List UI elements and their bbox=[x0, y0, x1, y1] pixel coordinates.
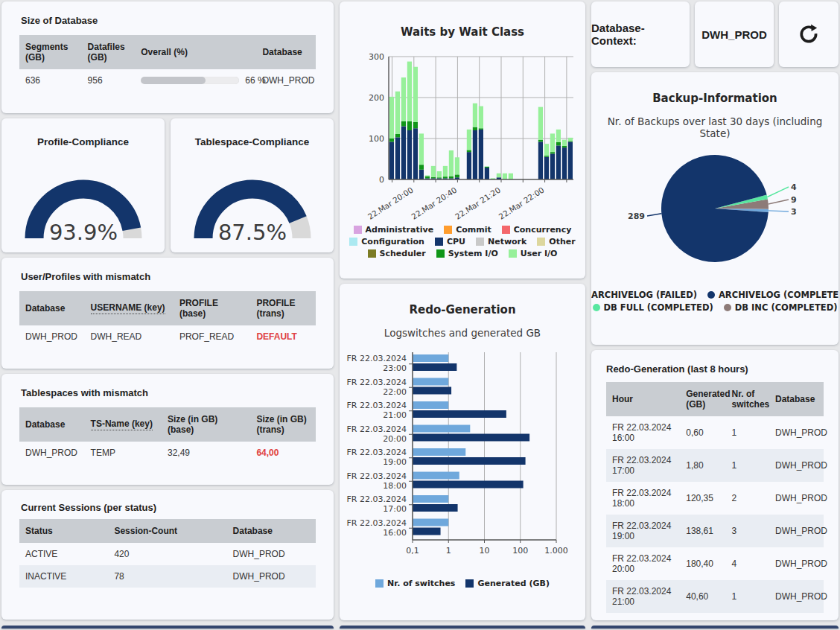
bar-segment bbox=[413, 67, 418, 122]
table-cell: TEMP bbox=[85, 442, 162, 464]
bar-segment bbox=[467, 152, 471, 179]
column-header: Database bbox=[227, 519, 316, 543]
table-cell: 1 bbox=[726, 580, 769, 613]
legend-item: System I/O bbox=[436, 249, 498, 258]
profile-compliance-gauge: 93.9% bbox=[13, 164, 154, 243]
generated-bar bbox=[413, 481, 524, 489]
chart-title: Redo-Generation bbox=[340, 303, 585, 316]
svg-text:23:00: 23:00 bbox=[383, 363, 407, 373]
bar-segment bbox=[538, 107, 543, 140]
table-row: 63695666 %DWH_PROD bbox=[19, 69, 316, 92]
table-cell: 64,00 bbox=[250, 442, 316, 464]
table-cell: PROF_READ bbox=[174, 325, 250, 348]
bar-segment bbox=[407, 62, 412, 121]
bar-segment bbox=[437, 171, 442, 177]
switches-bar bbox=[413, 519, 448, 526]
table-row: FR 22.03.2024 20:00180,404DWH_PROD bbox=[606, 547, 824, 580]
gauge-title: Tablespace-Compliance bbox=[195, 136, 310, 147]
legend-swatch bbox=[476, 238, 484, 246]
bar-segment bbox=[431, 177, 436, 179]
bar-segment bbox=[473, 130, 477, 179]
table-cell: 1,80 bbox=[680, 449, 725, 482]
category-label: FR 22.03.2024 bbox=[347, 448, 407, 457]
legend-swatch bbox=[444, 226, 452, 234]
database-context-value-card[interactable]: DWH_PROD bbox=[695, 1, 774, 67]
table-cell: 4 bbox=[726, 547, 769, 580]
bar-segment bbox=[419, 133, 424, 165]
bar-segment bbox=[544, 156, 549, 157]
table-header-row: DatabaseUSERNAME (key)PROFILE (base)PROF… bbox=[19, 291, 316, 325]
refresh-button-card[interactable] bbox=[779, 1, 839, 67]
generated-bar bbox=[413, 410, 506, 418]
column-header: Segments (GB) bbox=[19, 35, 82, 69]
pie-value-label: 4 bbox=[791, 182, 797, 192]
legend-item: Nr. of switches bbox=[375, 579, 455, 588]
svg-text:18:00: 18:00 bbox=[383, 481, 407, 491]
legend-item: Generated (GB) bbox=[465, 579, 550, 588]
bar-segment bbox=[562, 140, 567, 146]
panel-title: User/Profiles with mismatch bbox=[1, 258, 334, 282]
legend-swatch bbox=[435, 238, 443, 246]
table-cell: INACTIVE bbox=[19, 565, 108, 588]
bar-segment bbox=[479, 130, 483, 179]
table-header-row: HourGenerated (GB)Nr. of switchesDatabas… bbox=[606, 382, 824, 416]
bar-segment bbox=[550, 153, 555, 179]
bar-segment bbox=[389, 141, 394, 179]
pie-value-label: 289 bbox=[628, 211, 645, 221]
table-cell: DEFAULT bbox=[250, 325, 316, 348]
column-header: Hour bbox=[606, 382, 680, 416]
column-header: Generated (GB) bbox=[680, 382, 725, 416]
legend-dot bbox=[707, 291, 715, 299]
table-cell: 1 bbox=[726, 416, 769, 449]
bar-segment bbox=[485, 166, 489, 167]
category-label: FR 22.03.2024 bbox=[347, 401, 407, 410]
legend-item: Other bbox=[537, 237, 575, 246]
bar-segment bbox=[503, 174, 507, 179]
table-cell: FR 22.03.2024 22:00 bbox=[606, 613, 680, 620]
category-label: FR 22.03.2024 bbox=[347, 471, 407, 481]
table-cell: ACTIVE bbox=[19, 543, 108, 565]
size-of-database-table: Segments (GB)Datafiles (GB)Overall (%)Da… bbox=[19, 35, 316, 92]
bar-segment bbox=[419, 165, 424, 170]
switches-bar bbox=[413, 448, 465, 456]
legend-item: Network bbox=[476, 237, 526, 246]
table-cell: 1,20 bbox=[680, 613, 725, 620]
table-cell: 180,40 bbox=[680, 547, 725, 580]
column-header: Database bbox=[19, 407, 85, 442]
legend-item: Concurrency bbox=[502, 225, 572, 235]
category-label: FR 22.03.2024 bbox=[347, 518, 407, 528]
bar-segment bbox=[467, 130, 471, 150]
legend-swatch bbox=[502, 226, 510, 234]
table-cell: FR 22.03.2024 16:00 bbox=[606, 416, 680, 449]
svg-text:0,1: 0,1 bbox=[406, 546, 419, 556]
generated-bar bbox=[413, 363, 456, 371]
database-context-row: Database-Context: DWH_PROD bbox=[591, 1, 839, 67]
redo-generation-bar-chart: 0,11101001.000FR 22.03.202423:00FR 22.03… bbox=[340, 345, 585, 565]
bar-segment bbox=[556, 145, 561, 179]
bar-segment bbox=[538, 141, 543, 179]
column-header: Database bbox=[19, 291, 85, 325]
refresh-icon[interactable] bbox=[798, 24, 819, 45]
table-cell: 1 bbox=[726, 449, 769, 482]
category-label: FR 22.03.2024 bbox=[347, 378, 407, 387]
svg-text:19:00: 19:00 bbox=[383, 457, 407, 467]
bar-segment bbox=[407, 121, 412, 130]
tablespaces-mismatch-panel: Tablespaces with mismatch DatabaseTS-Nam… bbox=[1, 374, 334, 485]
legend-swatch bbox=[509, 249, 517, 258]
tablespaces-mismatch-table: DatabaseTS-Name (key)Size (in GB) (base)… bbox=[19, 407, 316, 464]
bar-segment bbox=[473, 127, 477, 130]
bar-segment bbox=[455, 174, 459, 177]
table-cell: 40,60 bbox=[680, 580, 725, 613]
column-header: Size (in GB) (base) bbox=[162, 407, 250, 442]
bar-segment bbox=[413, 122, 418, 128]
svg-text:1.000: 1.000 bbox=[544, 546, 568, 556]
tablespace-compliance-gauge: 87.5% bbox=[182, 164, 323, 243]
bar-segment bbox=[449, 176, 454, 179]
table-cell: 78 bbox=[108, 565, 226, 588]
bottom-card-edge bbox=[591, 626, 839, 629]
legend-dot bbox=[724, 304, 731, 311]
legend-item: ARCHIVELOG (COMPLETED) bbox=[707, 290, 839, 300]
database-context-label-card: Database-Context: bbox=[591, 1, 690, 67]
svg-text:17:00: 17:00 bbox=[383, 504, 407, 514]
bar-segment bbox=[443, 176, 448, 178]
